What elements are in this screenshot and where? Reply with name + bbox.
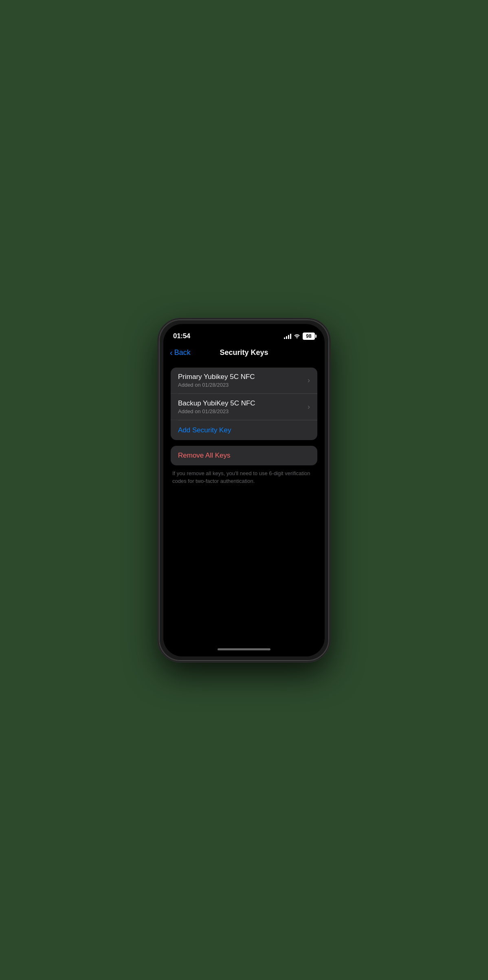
key-item-primary[interactable]: Primary Yubikey 5C NFC Added on 01/28/20… [171,368,317,394]
remove-all-keys-button[interactable]: Remove All Keys [171,446,317,465]
key-info-backup: Backup YubiKey 5C NFC Added on 01/28/202… [178,399,255,414]
back-button[interactable]: ‹ Back [170,348,191,357]
page-title: Security Keys [220,348,268,357]
phone-device: 01:54 98 [158,319,330,661]
status-time: 01:54 [173,332,190,340]
key-info-primary: Primary Yubikey 5C NFC Added on 01/28/20… [178,373,255,388]
status-icons: 98 [284,333,315,340]
remove-all-keys-label: Remove All Keys [178,451,310,460]
battery-level: 98 [306,333,311,339]
navigation-bar: ‹ Back Security Keys [163,345,325,362]
main-content: Primary Yubikey 5C NFC Added on 01/28/20… [163,362,325,643]
dynamic-island-area [231,334,243,339]
home-bar [218,648,270,650]
keys-card: Primary Yubikey 5C NFC Added on 01/28/20… [171,368,317,440]
back-label: Back [174,348,191,357]
dynamic-island [231,334,243,339]
signal-icon [284,333,291,339]
key-date-primary: Added on 01/28/2023 [178,382,255,388]
chevron-right-icon-backup: › [308,403,310,411]
key-item-backup[interactable]: Backup YubiKey 5C NFC Added on 01/28/202… [171,394,317,420]
home-indicator [163,643,325,656]
key-name-backup: Backup YubiKey 5C NFC [178,399,255,407]
remove-note: If you remove all keys, you'll need to u… [171,469,317,485]
chevron-right-icon-primary: › [308,376,310,385]
key-date-backup: Added on 01/28/2023 [178,408,255,414]
back-chevron-icon: ‹ [170,348,173,357]
phone-screen: 01:54 98 [163,324,325,656]
battery-indicator: 98 [303,333,315,340]
add-security-key-button[interactable]: Add Security Key [171,421,317,440]
status-bar: 01:54 98 [163,324,325,345]
wifi-icon [294,333,300,339]
key-name-primary: Primary Yubikey 5C NFC [178,373,255,381]
